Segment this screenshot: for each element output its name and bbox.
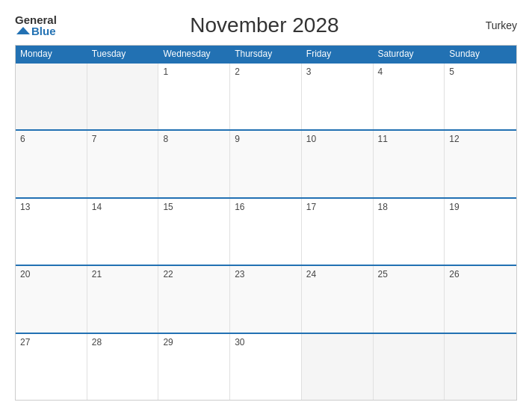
header-monday: Monday xyxy=(16,46,87,62)
week-row-1: 12345 xyxy=(16,62,516,129)
day-cell-w1-d3: 1 xyxy=(158,64,230,129)
weeks-container: 1234567891011121314151617181920212223242… xyxy=(16,62,516,400)
day-cell-w3-d1: 13 xyxy=(16,199,87,265)
day-cell-w1-d7: 5 xyxy=(445,64,516,129)
header-friday: Friday xyxy=(302,46,374,62)
day-cell-w1-d1 xyxy=(16,64,87,129)
day-cell-w2-d4: 9 xyxy=(230,131,302,197)
day-cell-w2-d6: 11 xyxy=(374,131,445,197)
week-row-5: 27282930 xyxy=(16,333,516,400)
day-number: 4 xyxy=(378,67,440,77)
header-sunday: Sunday xyxy=(445,46,516,62)
logo: General Blue xyxy=(15,14,57,37)
day-cell-w4-d5: 24 xyxy=(302,266,374,332)
header: General Blue November 2028 Turkey xyxy=(15,13,517,37)
logo-block: General Blue xyxy=(15,14,57,37)
day-cell-w2-d5: 10 xyxy=(302,131,374,197)
day-number: 11 xyxy=(378,134,440,144)
day-number: 18 xyxy=(378,202,440,212)
day-number: 12 xyxy=(449,134,512,144)
day-cell-w3-d3: 15 xyxy=(158,199,230,265)
day-cell-w4-d3: 22 xyxy=(158,266,230,332)
day-cell-w5-d3: 29 xyxy=(158,334,230,400)
day-number: 17 xyxy=(306,202,368,212)
logo-general-text: General xyxy=(15,14,57,25)
country-label: Turkey xyxy=(472,19,517,31)
day-cell-w3-d6: 18 xyxy=(374,199,445,265)
day-number: 14 xyxy=(92,202,154,212)
day-cell-w5-d2: 28 xyxy=(87,334,159,400)
day-cell-w2-d3: 8 xyxy=(158,131,230,197)
day-cell-w5-d4: 30 xyxy=(230,334,302,400)
calendar-grid: Monday Tuesday Wednesday Thursday Friday… xyxy=(15,45,517,401)
header-thursday: Thursday xyxy=(230,46,302,62)
day-cell-w1-d5: 3 xyxy=(302,64,374,129)
day-cell-w4-d4: 23 xyxy=(230,266,302,332)
day-number: 13 xyxy=(20,202,82,212)
day-cell-w2-d7: 12 xyxy=(445,131,516,197)
day-number: 20 xyxy=(20,269,82,279)
day-number: 15 xyxy=(163,202,225,212)
header-tuesday: Tuesday xyxy=(87,46,159,62)
day-number: 19 xyxy=(449,202,512,212)
logo-blue-text: Blue xyxy=(31,25,56,37)
day-cell-w1-d6: 4 xyxy=(374,64,445,129)
day-cell-w4-d1: 20 xyxy=(16,266,87,332)
day-cell-w2-d2: 7 xyxy=(87,131,159,197)
day-number: 21 xyxy=(92,269,154,279)
day-number: 6 xyxy=(20,134,82,144)
day-cell-w3-d7: 19 xyxy=(445,199,516,265)
calendar-title: November 2028 xyxy=(57,13,472,37)
day-number: 30 xyxy=(235,337,297,347)
day-cell-w2-d1: 6 xyxy=(16,131,87,197)
day-cell-w3-d5: 17 xyxy=(302,199,374,265)
header-saturday: Saturday xyxy=(374,46,445,62)
logo-triangle-icon xyxy=(16,27,30,34)
day-headers-row: Monday Tuesday Wednesday Thursday Friday… xyxy=(16,46,516,62)
day-number: 27 xyxy=(20,337,82,347)
day-cell-w1-d2 xyxy=(87,64,159,129)
day-number: 8 xyxy=(163,134,225,144)
day-number: 24 xyxy=(306,269,368,279)
day-number: 29 xyxy=(163,337,225,347)
day-cell-w4-d6: 25 xyxy=(374,266,445,332)
day-number: 23 xyxy=(235,269,297,279)
day-number: 2 xyxy=(235,67,297,77)
header-wednesday: Wednesday xyxy=(158,46,230,62)
day-cell-w3-d2: 14 xyxy=(87,199,159,265)
day-cell-w4-d7: 26 xyxy=(445,266,516,332)
day-cell-w5-d5 xyxy=(302,334,374,400)
day-cell-w4-d2: 21 xyxy=(87,266,159,332)
day-number: 28 xyxy=(92,337,154,347)
day-number: 16 xyxy=(235,202,297,212)
week-row-3: 13141516171819 xyxy=(16,197,516,265)
calendar-page: General Blue November 2028 Turkey Monday… xyxy=(0,0,532,411)
day-cell-w1-d4: 2 xyxy=(230,64,302,129)
day-number: 22 xyxy=(163,269,225,279)
day-number: 26 xyxy=(449,269,512,279)
day-number: 1 xyxy=(163,67,225,77)
week-row-4: 20212223242526 xyxy=(16,265,516,332)
day-cell-w5-d1: 27 xyxy=(16,334,87,400)
day-number: 5 xyxy=(449,67,512,77)
day-number: 25 xyxy=(378,269,440,279)
day-cell-w3-d4: 16 xyxy=(230,199,302,265)
day-cell-w5-d7 xyxy=(445,334,516,400)
day-number: 7 xyxy=(92,134,154,144)
day-number: 9 xyxy=(235,134,297,144)
week-row-2: 6789101112 xyxy=(16,129,516,197)
day-number: 10 xyxy=(306,134,368,144)
day-number: 3 xyxy=(306,67,368,77)
day-cell-w5-d6 xyxy=(374,334,445,400)
